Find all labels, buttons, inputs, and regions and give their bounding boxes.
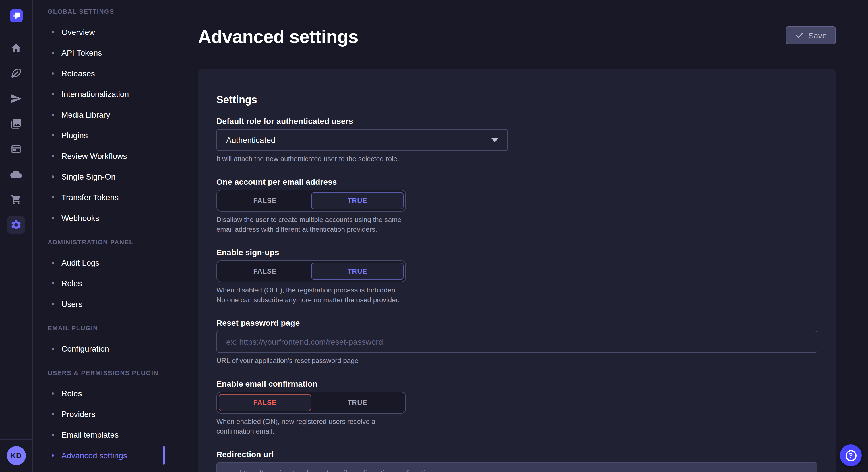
sidebar-item-overview[interactable]: Overview xyxy=(33,22,165,42)
field-one-account-per-email: One account per email address FALSE TRUE… xyxy=(216,177,406,235)
sidebar-item-media-library[interactable]: Media Library xyxy=(33,104,165,125)
page-title: Advanced settings xyxy=(198,26,836,48)
one-account-per-email-toggle: FALSE TRUE xyxy=(216,190,406,212)
sidebar-item-label: Users xyxy=(61,299,82,308)
home-icon[interactable] xyxy=(7,39,25,57)
sidebar-item-admin-users[interactable]: Users xyxy=(33,294,165,314)
sidebar-item-review-workflows[interactable]: Review Workflows xyxy=(33,146,165,166)
toggle-option-false[interactable]: FALSE xyxy=(219,394,311,411)
field-label: Redirection url xyxy=(216,449,817,460)
sidebar-item-audit-logs[interactable]: Audit Logs xyxy=(33,252,165,273)
field-hint: When enabled (ON), new registered users … xyxy=(216,417,406,437)
paper-plane-icon[interactable] xyxy=(7,90,25,108)
bullet-icon xyxy=(52,175,54,178)
default-role-select[interactable]: Authenticated xyxy=(216,129,508,151)
sidebar-item-email-templates[interactable]: Email templates xyxy=(33,425,165,445)
app-viewport: KD GLOBAL SETTINGS Overview API Tokens R… xyxy=(0,0,868,472)
sidebar-item-plugins[interactable]: Plugins xyxy=(33,125,165,146)
bullet-icon xyxy=(52,31,54,33)
field-default-role: Default role for authenticated users Aut… xyxy=(216,116,508,164)
settings-gear-icon[interactable] xyxy=(7,216,25,234)
field-enable-sign-ups: Enable sign-ups FALSE TRUE When disabled… xyxy=(216,247,406,305)
select-value: Authenticated xyxy=(226,136,275,145)
check-icon xyxy=(795,31,804,40)
toggle-option-false[interactable]: FALSE xyxy=(219,193,311,210)
shopping-cart-icon[interactable] xyxy=(7,191,25,209)
sidebar-item-api-tokens[interactable]: API Tokens xyxy=(33,42,165,63)
sidebar-item-label: API Tokens xyxy=(61,48,102,57)
bullet-icon xyxy=(52,113,54,116)
bullet-icon xyxy=(52,303,54,305)
sidebar-item-releases[interactable]: Releases xyxy=(33,63,165,84)
bullet-icon xyxy=(52,282,54,284)
sidebar-item-label: Internationalization xyxy=(61,90,129,99)
sidebar-item-webhooks[interactable]: Webhooks xyxy=(33,208,165,228)
field-reset-password-page: Reset password page URL of your applicat… xyxy=(216,318,817,366)
media-library-icon[interactable] xyxy=(7,115,25,133)
sidebar-item-label: Roles xyxy=(61,279,82,288)
field-hint: When disabled (OFF), the registration pr… xyxy=(216,286,406,305)
sidebar-item-up-roles[interactable]: Roles xyxy=(33,383,165,404)
sidebar-item-label: Providers xyxy=(61,409,95,419)
reset-password-page-input[interactable] xyxy=(216,331,817,353)
help-button[interactable]: ? xyxy=(840,444,862,466)
sidebar-item-advanced-settings[interactable]: Advanced settings xyxy=(33,445,165,466)
sidebar-item-single-sign-on[interactable]: Single Sign-On xyxy=(33,166,165,187)
settings-card: Settings Default role for authenticated … xyxy=(198,70,836,472)
cloud-icon[interactable] xyxy=(7,165,25,183)
workspace-logo-block[interactable] xyxy=(0,0,32,32)
bullet-icon xyxy=(52,72,54,74)
sidebar-section-email-plugin: EMAIL PLUGIN xyxy=(33,324,165,333)
bullet-icon xyxy=(52,413,54,415)
sidebar-item-label: Webhooks xyxy=(61,213,99,223)
sidebar-item-email-configuration[interactable]: Configuration xyxy=(33,338,165,359)
bullet-icon xyxy=(52,217,54,219)
sidebar-item-label: Overview xyxy=(61,28,95,37)
bullet-icon xyxy=(52,93,54,95)
save-button[interactable]: Save xyxy=(786,27,836,44)
toggle-option-true[interactable]: TRUE xyxy=(311,263,404,280)
question-mark-icon: ? xyxy=(845,450,856,461)
sidebar-item-label: Media Library xyxy=(61,110,110,119)
field-label: Default role for authenticated users xyxy=(216,116,508,127)
feather-pen-icon[interactable] xyxy=(7,64,25,82)
sidebar-item-admin-roles[interactable]: Roles xyxy=(33,273,165,294)
sidebar-item-label: Advanced settings xyxy=(61,451,127,460)
settings-sidebar: GLOBAL SETTINGS Overview API Tokens Rele… xyxy=(33,0,165,472)
field-redirection-url: Redirection url xyxy=(216,449,817,472)
card-heading: Settings xyxy=(216,93,817,107)
toggle-option-true[interactable]: TRUE xyxy=(311,394,404,411)
redirection-url-input[interactable] xyxy=(216,463,817,472)
nav-rail: KD xyxy=(0,0,33,472)
sidebar-item-label: Plugins xyxy=(61,131,88,140)
sidebar-item-internationalization[interactable]: Internationalization xyxy=(33,84,165,104)
bullet-icon xyxy=(52,434,54,436)
bullet-icon xyxy=(52,52,54,54)
field-label: Enable sign-ups xyxy=(216,247,406,258)
strapi-logo xyxy=(9,9,23,22)
main-content: Advanced settings Save Settings Default … xyxy=(166,0,868,472)
sidebar-item-providers[interactable]: Providers xyxy=(33,404,165,425)
layout-icon[interactable] xyxy=(7,140,25,158)
bullet-icon xyxy=(52,262,54,264)
bullet-icon xyxy=(52,196,54,198)
avatar[interactable]: KD xyxy=(7,446,26,465)
bullet-icon xyxy=(52,347,54,350)
chevron-down-icon xyxy=(491,138,498,142)
field-enable-email-confirmation: Enable email confirmation FALSE TRUE Whe… xyxy=(216,379,406,437)
field-hint: It will attach the new authenticated use… xyxy=(216,155,508,164)
sidebar-item-label: Releases xyxy=(61,69,95,78)
bullet-icon xyxy=(52,454,54,457)
sidebar-item-label: Audit Logs xyxy=(61,258,99,267)
bullet-icon xyxy=(52,392,54,395)
toggle-option-false[interactable]: FALSE xyxy=(219,263,311,280)
toggle-option-true[interactable]: TRUE xyxy=(311,193,404,210)
sidebar-item-transfer-tokens[interactable]: Transfer Tokens xyxy=(33,187,165,208)
sidebar-section-users-permissions-plugin: USERS & PERMISSIONS PLUGIN xyxy=(33,368,165,377)
sidebar-item-label: Email templates xyxy=(61,430,119,439)
sidebar-item-label: Roles xyxy=(61,389,82,398)
rail-footer: KD xyxy=(0,439,32,472)
field-hint: URL of your application's reset password… xyxy=(216,357,817,366)
sidebar-item-label: Review Workflows xyxy=(61,151,127,161)
sidebar-item-label: Single Sign-On xyxy=(61,172,115,181)
